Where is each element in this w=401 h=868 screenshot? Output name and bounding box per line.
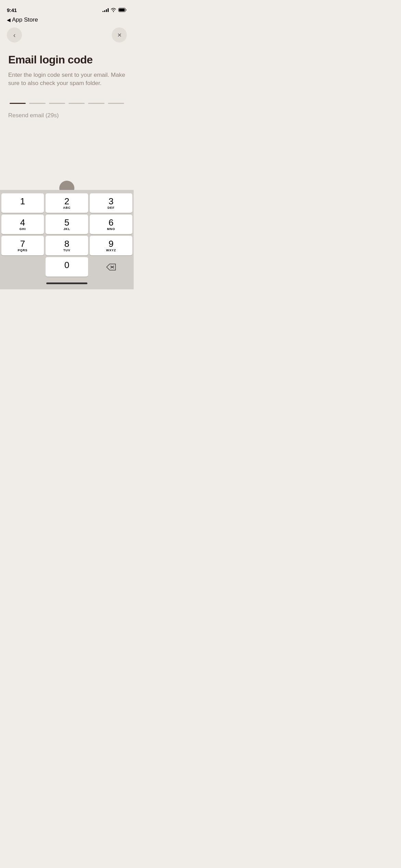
key-3-letters: DEF	[108, 206, 114, 209]
nav-bar: ‹ ✕	[0, 23, 134, 47]
signal-icon	[102, 8, 109, 12]
status-time: 9:41	[7, 7, 17, 13]
key-7[interactable]: 7 PQRS	[1, 236, 44, 255]
key-4[interactable]: 4 GHI	[1, 215, 44, 234]
numeric-keyboard: 1 2 ABC 3 DEF 4 GHI 5 JKL 6 MNO 7 PQRS	[0, 190, 134, 289]
key-8[interactable]: 8 TUV	[46, 236, 88, 255]
key-7-number: 7	[20, 239, 25, 248]
key-3-number: 3	[109, 197, 113, 206]
key-1-letters	[22, 206, 23, 209]
back-button[interactable]: ‹	[7, 27, 22, 43]
app-store-nav[interactable]: ◀ App Store	[0, 15, 134, 23]
key-9[interactable]: 9 WXYZ	[90, 236, 132, 255]
key-4-letters: GHI	[20, 227, 26, 231]
code-slot-2[interactable]	[29, 103, 45, 104]
key-6-letters: MNO	[107, 227, 115, 231]
keyboard-row-3: 7 PQRS 8 TUV 9 WXYZ	[1, 236, 132, 255]
keyboard-row-1: 1 2 ABC 3 DEF	[1, 193, 132, 213]
code-slot-6[interactable]	[108, 103, 124, 104]
key-0[interactable]: 0	[46, 257, 88, 277]
key-7-letters: PQRS	[18, 249, 28, 252]
code-input-area[interactable]	[8, 103, 125, 104]
key-5-number: 5	[64, 218, 69, 227]
chevron-left-icon: ‹	[13, 31, 16, 39]
resend-email-button[interactable]: Resend email (29s)	[8, 112, 59, 119]
code-slot-1[interactable]	[10, 103, 26, 104]
code-slot-5[interactable]	[88, 103, 104, 104]
key-0-number: 0	[64, 261, 69, 269]
status-bar: 9:41	[0, 0, 134, 15]
key-6[interactable]: 6 MNO	[90, 215, 132, 234]
key-0-letters	[66, 270, 67, 273]
key-1[interactable]: 1	[1, 193, 44, 213]
key-6-number: 6	[109, 218, 113, 227]
key-2-number: 2	[64, 197, 69, 206]
app-store-back-arrow: ◀	[7, 17, 11, 23]
close-button[interactable]: ✕	[112, 27, 127, 43]
key-5[interactable]: 5 JKL	[46, 215, 88, 234]
status-icons	[102, 8, 127, 12]
home-indicator-area	[1, 278, 132, 288]
key-5-letters: JKL	[63, 227, 70, 231]
close-icon: ✕	[117, 32, 122, 38]
keyboard-row-4: 0	[1, 257, 132, 277]
delete-key[interactable]	[90, 257, 132, 277]
code-slot-4[interactable]	[69, 103, 85, 104]
key-9-number: 9	[109, 239, 113, 248]
key-empty-left	[1, 257, 44, 277]
page-subtitle: Enter the login code sent to your email.…	[8, 71, 125, 88]
battery-icon	[118, 8, 127, 12]
home-indicator-bar	[46, 282, 87, 284]
app-store-label: App Store	[12, 16, 38, 23]
keyboard-row-2: 4 GHI 5 JKL 6 MNO	[1, 215, 132, 234]
key-8-number: 8	[64, 239, 69, 248]
svg-rect-1	[119, 9, 125, 11]
key-2-letters: ABC	[63, 206, 71, 209]
code-slot-3[interactable]	[49, 103, 65, 104]
delete-icon	[106, 264, 116, 270]
main-content: Email login code Enter the login code se…	[0, 47, 134, 119]
key-4-number: 4	[20, 218, 25, 227]
app-store-back-button[interactable]: ◀ App Store	[7, 16, 38, 23]
key-8-letters: TUV	[63, 249, 70, 252]
key-3[interactable]: 3 DEF	[90, 193, 132, 213]
key-9-letters: WXYZ	[106, 249, 116, 252]
key-2[interactable]: 2 ABC	[46, 193, 88, 213]
wifi-icon	[111, 8, 116, 12]
page-title: Email login code	[8, 53, 125, 66]
key-1-number: 1	[20, 197, 25, 206]
